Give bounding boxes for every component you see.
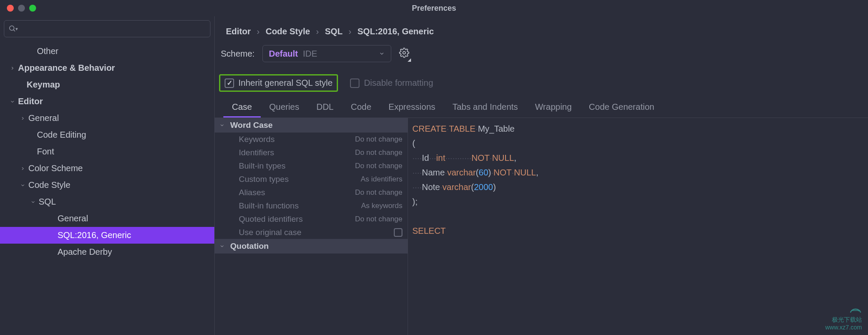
tab-code-generation[interactable]: Code Generation [580,98,663,118]
setting-label: Custom types [239,175,289,184]
chevron-down-icon [219,244,225,249]
tab-wrapping[interactable]: Wrapping [527,98,580,118]
tree-item-label: Editor [18,97,43,106]
tree-item-sql[interactable]: SQL [0,193,214,210]
tab-expressions[interactable]: Expressions [380,98,444,118]
disable-checkbox[interactable] [350,78,359,88]
tree-item-label: SQL:2016, Generic [58,230,131,240]
gear-icon[interactable] [399,48,409,60]
settings-pane: Word CaseKeywordsDo not changeIdentifier… [215,118,408,335]
setting-aliases[interactable]: AliasesDo not change [215,186,408,199]
scheme-name: Default [269,49,298,58]
window-maximize-button[interactable] [29,5,36,12]
tree-item-sql-2016-generic[interactable]: SQL:2016, Generic [0,227,214,244]
tree-item-label: General [28,113,59,123]
chevron-right-icon [9,66,15,71]
window-minimize-button[interactable] [18,5,25,12]
tab-tabs-and-indents[interactable]: Tabs and Indents [444,98,527,118]
scheme-select[interactable]: Default IDE [262,45,391,62]
tree-item-code-editing[interactable]: Code Editing [0,127,214,143]
watermark: 极光下载站 www.xz7.com [825,306,862,331]
tree-item-label: Color Scheme [28,163,83,173]
checkbox[interactable] [394,228,402,237]
setting-quoted-identifiers[interactable]: Quoted identifiersDo not change [215,212,408,226]
chevron-right-icon [20,166,26,171]
breadcrumb: Editor›Code Style›SQL›SQL:2016, Generic [215,16,868,42]
chevron-down-icon [379,49,385,59]
setting-value: Do not change [355,148,402,157]
breadcrumb-item[interactable]: SQL:2016, Generic [357,27,434,36]
chevron-right-icon [20,116,26,121]
setting-value: Do not change [355,215,402,223]
tree-item-other[interactable]: Other [0,43,214,60]
tree-item-label: General [58,214,88,223]
breadcrumb-separator: › [257,27,260,36]
scheme-label: Scheme: [221,49,255,59]
setting-keywords[interactable]: KeywordsDo not change [215,133,408,146]
settings-tree: OtherAppearance & BehaviorKeymapEditorGe… [0,41,214,335]
tree-item-label: Code Editing [37,130,86,140]
window-close-button[interactable] [7,5,14,12]
window-title: Preferences [7,4,861,13]
svg-point-0 [9,26,14,30]
section-quotation[interactable]: Quotation [215,239,408,254]
setting-label: Built-in functions [239,201,298,211]
disable-formatting-checkbox-group[interactable]: Disable formatting [346,75,437,91]
inherit-sql-style-checkbox-group[interactable]: Inherit general SQL style [219,74,338,92]
breadcrumb-separator: › [316,27,319,36]
search-dropdown-icon[interactable]: ▾ [15,26,18,32]
chevron-down-icon [9,99,15,104]
tree-item-apache-derby[interactable]: Apache Derby [0,244,214,260]
tree-item-editor[interactable]: Editor [0,93,214,110]
chevron-down-icon [30,199,36,205]
section-word-case[interactable]: Word Case [215,118,408,133]
breadcrumb-item[interactable]: Code Style [265,27,310,36]
inherit-checkbox[interactable] [225,78,234,88]
sidebar: ▾ OtherAppearance & BehaviorKeymapEditor… [0,16,215,335]
tree-item-appearance-behavior[interactable]: Appearance & Behavior [0,60,214,76]
tree-item-color-scheme[interactable]: Color Scheme [0,160,214,177]
setting-value: As keywords [361,202,402,210]
tab-ddl[interactable]: DDL [308,98,342,118]
chevron-down-icon [219,123,225,128]
tree-item-label: Keymap [27,80,60,90]
tree-item-label: SQL [39,197,56,207]
tab-code[interactable]: Code [342,98,380,118]
tree-item-label: Other [37,46,58,56]
tree-item-label: Font [37,147,54,157]
breadcrumb-item[interactable]: Editor [226,27,251,36]
setting-custom-types[interactable]: Custom typesAs identifiers [215,172,408,186]
setting-built-in-types[interactable]: Built-in typesDo not change [215,159,408,172]
tree-item-font[interactable]: Font [0,143,214,160]
tree-item-general[interactable]: General [0,110,214,127]
search-input[interactable] [21,24,206,33]
titlebar: Preferences [0,0,868,16]
search-input-wrap[interactable]: ▾ [4,20,210,37]
setting-use-original-case[interactable]: Use original case [215,226,408,239]
tree-item-label: Apache Derby [58,247,112,257]
setting-label: Aliases [239,188,265,197]
setting-label: Built-in types [239,161,286,171]
scheme-scope: IDE [303,49,317,58]
breadcrumb-item[interactable]: SQL [325,27,342,36]
section-title: Quotation [230,241,269,251]
setting-label: Quoted identifiers [239,214,303,224]
setting-label: Identifiers [239,148,274,157]
main-panel: Editor›Code Style›SQL›SQL:2016, Generic … [215,16,868,335]
setting-label: Keywords [239,135,274,144]
breadcrumb-separator: › [349,27,352,36]
setting-identifiers[interactable]: IdentifiersDo not change [215,146,408,159]
disable-label: Disable formatting [364,78,433,88]
svg-line-1 [13,30,15,31]
setting-built-in-functions[interactable]: Built-in functionsAs keywords [215,199,408,212]
inherit-label: Inherit general SQL style [238,78,332,88]
section-title: Word Case [230,121,273,130]
tab-case[interactable]: Case [223,98,261,118]
tree-item-code-style[interactable]: Code Style [0,177,214,193]
setting-value: Do not change [355,135,402,144]
tree-item-general[interactable]: General [0,210,214,227]
tree-item-label: Code Style [28,180,70,190]
setting-value: As identifiers [361,175,402,184]
tab-queries[interactable]: Queries [261,98,308,118]
tree-item-keymap[interactable]: Keymap [0,76,214,93]
